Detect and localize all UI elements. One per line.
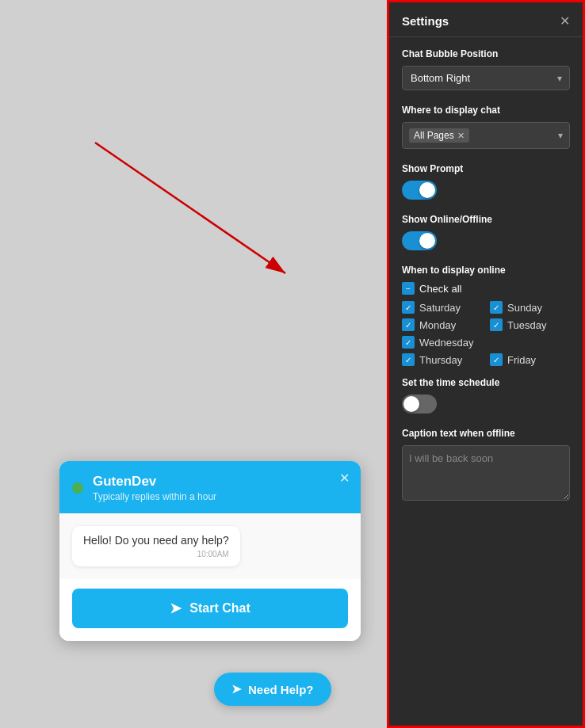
chat-body: Hello! Do you need any help? 10:00AM: [59, 513, 361, 579]
day-saturday: ✓ Saturday: [402, 301, 482, 314]
check-all-row: − Check all: [402, 282, 570, 295]
start-chat-label: Start Chat: [189, 601, 250, 616]
saturday-checkbox[interactable]: ✓: [402, 301, 415, 314]
day-monday: ✓ Monday: [402, 318, 482, 331]
show-online-offline-section: Show Online/Offline: [402, 214, 570, 250]
day-wednesday: ✓ Wednesday: [402, 336, 482, 349]
wednesday-label: Wednesday: [419, 337, 473, 349]
friday-checkbox[interactable]: ✓: [490, 353, 503, 366]
tuesday-checkbox[interactable]: ✓: [490, 318, 503, 331]
show-online-offline-thumb: [419, 233, 435, 249]
day-empty: [490, 336, 570, 349]
show-prompt-toggle-row: [402, 181, 570, 200]
when-to-display-section: When to display online − Check all ✓ Sat…: [402, 265, 570, 366]
show-online-offline-toggle[interactable]: [402, 231, 437, 250]
monday-checkbox[interactable]: ✓: [402, 318, 415, 331]
where-to-display-label: Where to display chat: [402, 105, 570, 116]
show-prompt-track: [402, 181, 437, 200]
all-pages-tag-text: All Pages: [414, 130, 454, 141]
need-help-label: Need Help?: [248, 683, 314, 696]
friday-label: Friday: [507, 354, 536, 366]
day-thursday: ✓ Thursday: [402, 353, 482, 366]
settings-body: Chat Bubble Position Bottom Right Bottom…: [389, 37, 583, 529]
settings-header: Settings ✕: [389, 2, 583, 37]
company-name: GutenDev: [93, 474, 216, 490]
where-to-display-section: Where to display chat All Pages ✕ ▾: [402, 105, 570, 149]
sunday-checkbox[interactable]: ✓: [490, 301, 503, 314]
day-friday: ✓ Friday: [490, 353, 570, 366]
show-prompt-thumb: [419, 182, 435, 198]
caption-offline-label: Caption text when offline: [402, 428, 570, 439]
chat-widget: GutenDev Typically replies within a hour…: [59, 461, 361, 641]
monday-label: Monday: [419, 319, 456, 331]
where-to-display-select[interactable]: All Pages ✕ ▾: [402, 122, 570, 149]
arrow-decoration: [48, 119, 341, 309]
chat-message-bubble: Hello! Do you need any help? 10:00AM: [72, 526, 240, 566]
day-tuesday: ✓ Tuesday: [490, 318, 570, 331]
show-online-offline-label: Show Online/Offline: [402, 214, 570, 225]
all-pages-tag: All Pages ✕: [409, 128, 469, 143]
show-online-offline-toggle-row: [402, 231, 570, 250]
chat-close-button[interactable]: ✕: [339, 471, 350, 486]
time-schedule-track: [402, 394, 437, 414]
show-prompt-toggle[interactable]: [402, 181, 437, 200]
days-grid: ✓ Saturday ✓ Sunday ✓ Monday ✓ Tuesday ✓: [402, 301, 570, 366]
svg-line-1: [95, 143, 285, 273]
settings-title: Settings: [402, 14, 449, 28]
chat-footer: ➤ Start Chat: [59, 579, 361, 641]
online-indicator: [72, 482, 83, 494]
show-prompt-section: Show Prompt: [402, 163, 570, 200]
chat-message-time: 10:00AM: [83, 550, 229, 558]
chat-header-text: GutenDev Typically replies within a hour: [93, 474, 216, 502]
time-schedule-thumb: [403, 396, 419, 412]
day-sunday: ✓ Sunday: [490, 301, 570, 314]
caption-offline-textarea[interactable]: [402, 445, 570, 501]
time-schedule-label: Set the time schedule: [402, 377, 570, 388]
chat-bubble-position-select[interactable]: Bottom Right Bottom Left Top Right Top L…: [402, 66, 570, 90]
where-to-display-arrow: ▾: [558, 130, 563, 141]
send-icon-need-help: ➤: [231, 682, 242, 696]
chat-bubble-position-select-wrapper: Bottom Right Bottom Left Top Right Top L…: [402, 66, 570, 90]
show-prompt-label: Show Prompt: [402, 163, 570, 174]
send-icon: ➤: [170, 600, 182, 617]
sunday-label: Sunday: [507, 302, 542, 314]
settings-close-icon[interactable]: ✕: [560, 13, 570, 29]
check-all-label: Check all: [419, 283, 461, 295]
caption-offline-section: Caption text when offline: [402, 428, 570, 504]
chat-subtitle: Typically replies within a hour: [93, 491, 216, 502]
chat-bubble-position-label: Chat Bubble Position: [402, 48, 570, 59]
time-schedule-toggle[interactable]: [402, 394, 437, 414]
start-chat-button[interactable]: ➤ Start Chat: [72, 589, 348, 628]
chat-bubble-position-section: Chat Bubble Position Bottom Right Bottom…: [402, 48, 570, 90]
thursday-label: Thursday: [419, 354, 462, 366]
need-help-button[interactable]: ➤ Need Help?: [214, 673, 331, 706]
all-pages-tag-remove[interactable]: ✕: [457, 131, 465, 141]
chat-header: GutenDev Typically replies within a hour…: [59, 461, 361, 513]
saturday-label: Saturday: [419, 302, 461, 314]
time-schedule-section: Set the time schedule: [402, 377, 570, 414]
show-online-offline-track: [402, 231, 437, 250]
chat-message-text: Hello! Do you need any help?: [83, 534, 229, 547]
time-schedule-toggle-row: [402, 394, 570, 414]
when-to-display-label: When to display online: [402, 265, 570, 276]
tuesday-label: Tuesday: [507, 319, 546, 331]
settings-panel: Settings ✕ Chat Bubble Position Bottom R…: [387, 0, 585, 728]
check-all-checkbox[interactable]: −: [402, 282, 415, 295]
thursday-checkbox[interactable]: ✓: [402, 353, 415, 366]
wednesday-checkbox[interactable]: ✓: [402, 336, 415, 349]
